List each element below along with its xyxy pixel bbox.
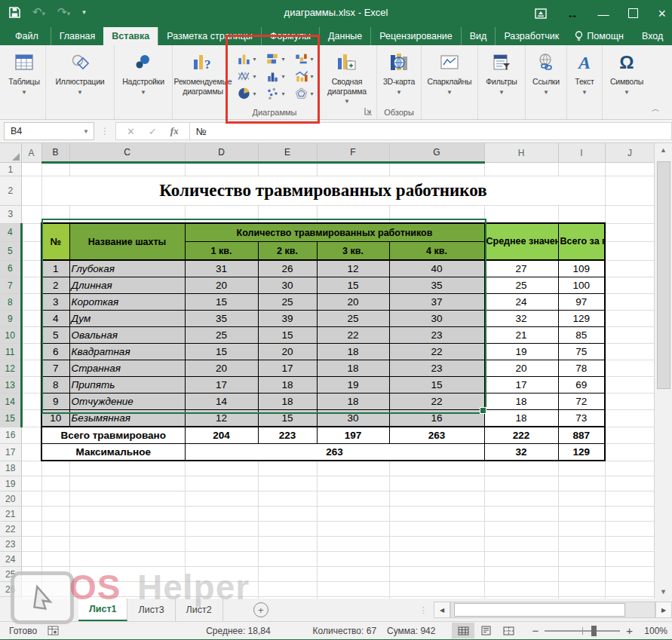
tables-button[interactable]: Таблицы ▼ (8, 45, 39, 96)
row-header-11[interactable]: 11 (0, 344, 21, 360)
cell-D26[interactable] (185, 582, 258, 597)
cell-B18[interactable] (41, 461, 69, 476)
horizontal-scroll-thumb[interactable] (454, 603, 625, 617)
cell-J10[interactable] (605, 327, 654, 344)
column-header-B[interactable]: B (41, 143, 69, 163)
sheet-tab-list1[interactable]: Лист1 (78, 599, 127, 621)
cell-H14[interactable]: 18 (484, 393, 558, 410)
cell-F21[interactable] (317, 507, 389, 522)
tab-review[interactable]: Рецензирование (370, 27, 461, 45)
charts-dialog-launcher-icon[interactable] (364, 107, 373, 115)
cell-I22[interactable] (558, 522, 605, 537)
cell-G19[interactable] (389, 476, 484, 491)
cell-H20[interactable] (484, 491, 558, 507)
cell-A19[interactable] (21, 476, 41, 491)
cell-C23[interactable] (69, 537, 185, 552)
cell-E12[interactable]: 17 (258, 360, 317, 377)
links-button[interactable]: Ссылки ▼ (532, 45, 560, 96)
cell-D16[interactable]: 204 (185, 427, 258, 444)
cell-I24[interactable] (558, 552, 605, 567)
cell-F16[interactable]: 197 (317, 427, 389, 444)
zoom-slider[interactable] (545, 630, 620, 632)
row-header-7[interactable]: 7 (0, 277, 21, 294)
cell-E10[interactable]: 15 (258, 327, 317, 344)
cell-C7[interactable]: Длинная (69, 277, 185, 294)
cell-J26[interactable] (605, 582, 654, 597)
cell-J9[interactable] (605, 311, 654, 327)
sheet-tab-list3[interactable]: Лист3 (127, 599, 175, 621)
cell-E22[interactable] (258, 522, 317, 537)
cell-A5[interactable] (21, 242, 41, 261)
cell-E9[interactable]: 39 (258, 311, 317, 327)
cell-C19[interactable] (69, 476, 185, 491)
cell-E11[interactable]: 20 (258, 344, 317, 360)
cell-G9[interactable]: 30 (389, 311, 484, 327)
cell-B17[interactable]: Максимальное (41, 444, 185, 461)
cell-C24[interactable] (69, 552, 185, 567)
cell-J3[interactable] (605, 206, 654, 224)
cell-H15[interactable]: 18 (484, 410, 558, 427)
scroll-left-icon[interactable]: ◀ (434, 602, 450, 618)
cell-I3[interactable] (558, 206, 605, 224)
cell-D6[interactable]: 31 (185, 260, 258, 277)
cell-E6[interactable]: 26 (258, 260, 317, 277)
cell-J22[interactable] (605, 522, 654, 537)
cell-J23[interactable] (605, 537, 654, 552)
cell-H11[interactable]: 19 (484, 344, 558, 360)
cell-C21[interactable] (69, 507, 185, 522)
cell-E23[interactable] (258, 537, 317, 552)
cell-F10[interactable]: 22 (317, 327, 389, 344)
tab-insert[interactable]: Вставка (103, 27, 158, 45)
cell-A18[interactable] (21, 461, 41, 476)
cell-F18[interactable] (317, 461, 389, 476)
cell-I8[interactable]: 97 (558, 294, 605, 311)
cell-J5[interactable] (605, 242, 654, 261)
cell-F12[interactable]: 18 (317, 360, 389, 377)
cell-D4[interactable]: Количество травмированных работников (185, 223, 484, 242)
cell-D5[interactable]: 1 кв. (185, 242, 258, 261)
cell-G10[interactable]: 23 (389, 327, 484, 344)
cell-I15[interactable]: 73 (558, 410, 605, 427)
fill-handle[interactable] (480, 407, 486, 414)
zoom-in-icon[interactable]: + (626, 624, 633, 637)
cell-H23[interactable] (484, 537, 558, 552)
cell-C3[interactable] (69, 206, 185, 224)
cell-E26[interactable] (258, 582, 317, 597)
cell-H25[interactable] (484, 567, 558, 582)
row-header-5[interactable]: 5 (0, 242, 21, 261)
cell-J13[interactable] (605, 377, 654, 393)
row-header-6[interactable]: 6 (0, 260, 21, 277)
cell-E16[interactable]: 223 (258, 427, 317, 444)
cell-E24[interactable] (258, 552, 317, 567)
cell-D25[interactable] (185, 567, 258, 582)
cell-B15[interactable]: 10 (41, 410, 69, 427)
vertical-scrollbar[interactable]: ▲ ▼ (654, 143, 672, 599)
cell-D14[interactable]: 14 (185, 393, 258, 410)
cell-D13[interactable]: 17 (185, 377, 258, 393)
cell-G20[interactable] (389, 491, 484, 507)
status-count[interactable]: Количество: 67 (313, 626, 376, 636)
recommended-charts-button[interactable]: ? Рекомендуемые диаграммы (173, 45, 232, 96)
cell-C9[interactable]: Дум (69, 311, 185, 327)
zoom-slider-thumb[interactable] (591, 626, 597, 636)
cell-D12[interactable]: 20 (185, 360, 258, 377)
cell-D11[interactable]: 15 (185, 344, 258, 360)
cell-D20[interactable] (185, 491, 258, 507)
macro-record-icon[interactable] (48, 626, 59, 635)
cell-F15[interactable]: 30 (317, 410, 389, 427)
column-header-F[interactable]: F (317, 143, 389, 163)
cell-B9[interactable]: 4 (41, 311, 69, 327)
cell-F1[interactable] (317, 163, 389, 176)
histogram-chart-icon[interactable]: ▾ (261, 69, 290, 83)
illustrations-button[interactable]: Иллюстрации ▼ (56, 45, 105, 96)
add-sheet-icon[interactable]: + (253, 602, 268, 617)
column-header-D[interactable]: D (185, 143, 258, 163)
cell-D24[interactable] (185, 552, 258, 567)
cell-I20[interactable] (558, 491, 605, 507)
cell-H8[interactable]: 24 (484, 294, 558, 311)
cell-A10[interactable] (21, 327, 41, 344)
cell-J24[interactable] (605, 552, 654, 567)
cell-B26[interactable] (41, 582, 69, 597)
row-header-13[interactable]: 13 (0, 377, 21, 393)
cell-C4[interactable]: Название шахты (69, 223, 185, 260)
